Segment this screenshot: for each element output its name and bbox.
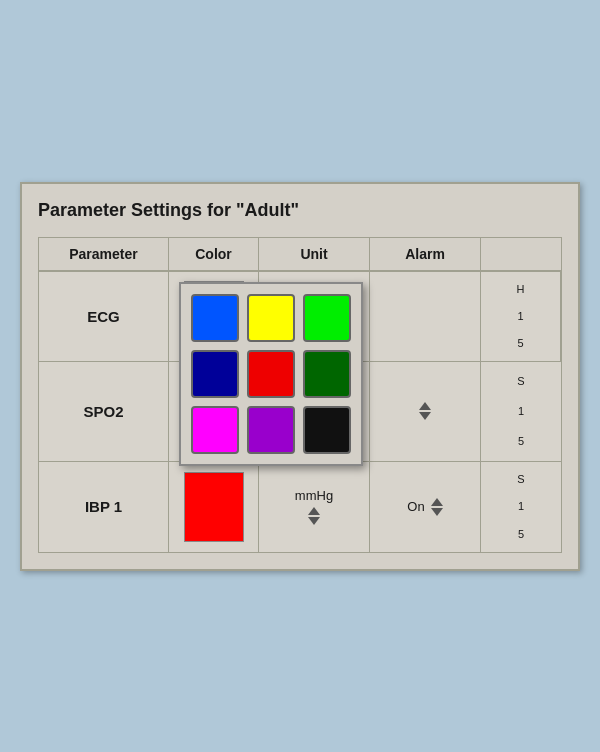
- ibp1-alarm-down-arrow[interactable]: [431, 508, 443, 516]
- ibp1-color-swatch[interactable]: [184, 472, 244, 542]
- spo2-label: SPO2: [83, 403, 123, 420]
- header-alarm: Alarm: [370, 238, 481, 270]
- color-option-magenta[interactable]: [191, 406, 239, 454]
- page-title: Parameter Settings for "Adult": [38, 200, 562, 221]
- color-option-blue[interactable]: [191, 294, 239, 342]
- ibp1-label: IBP 1: [85, 498, 122, 515]
- table-row: IBP 1 mmHg On S 1: [39, 462, 561, 552]
- ibp1-unit-text: mmHg: [295, 488, 333, 503]
- header-unit: Unit: [259, 238, 370, 270]
- ibp1-unit-spinner[interactable]: [308, 507, 320, 525]
- spo2-alarm-spinner[interactable]: [419, 402, 431, 420]
- color-option-red[interactable]: [247, 350, 295, 398]
- ibp1-alarm-text: On: [407, 499, 424, 514]
- ibp1-unit-cell: mmHg: [259, 462, 370, 552]
- color-option-yellow[interactable]: [247, 294, 295, 342]
- ibp1-unit-up-arrow[interactable]: [308, 507, 320, 515]
- ibp1-alarm-up-arrow[interactable]: [431, 498, 443, 506]
- spo2-alarm-cell: [370, 362, 481, 461]
- parameters-table: Parameter Color Unit Alarm ECG H 1 5: [38, 237, 562, 553]
- table-row: ECG H 1 5: [39, 272, 561, 362]
- ecg-right-info: H 1 5: [481, 272, 561, 361]
- table-header-row: Parameter Color Unit Alarm: [39, 238, 561, 272]
- header-extra: [481, 238, 561, 270]
- ibp1-right-info: S 1 5: [481, 462, 561, 552]
- color-option-darkgreen[interactable]: [303, 350, 351, 398]
- ecg-label: ECG: [87, 308, 120, 325]
- spo2-alarm-down-arrow[interactable]: [419, 412, 431, 420]
- ecg-alarm-cell: [370, 272, 481, 361]
- ecg-parameter-label: ECG: [39, 272, 169, 361]
- spo2-alarm-up-arrow[interactable]: [419, 402, 431, 410]
- color-grid: [191, 294, 351, 454]
- ibp1-color-cell[interactable]: [169, 462, 259, 552]
- ibp1-parameter-label: IBP 1: [39, 462, 169, 552]
- color-option-green[interactable]: [303, 294, 351, 342]
- ibp1-alarm-spinner[interactable]: [431, 498, 443, 516]
- ibp1-alarm-cell: On: [370, 462, 481, 552]
- ibp1-unit-down-arrow[interactable]: [308, 517, 320, 525]
- spo2-right-info: S 1 5: [481, 362, 561, 461]
- header-parameter: Parameter: [39, 238, 169, 270]
- color-option-darkblue[interactable]: [191, 350, 239, 398]
- color-option-black[interactable]: [303, 406, 351, 454]
- color-option-purple[interactable]: [247, 406, 295, 454]
- spo2-parameter-label: SPO2: [39, 362, 169, 461]
- color-picker-popup: [179, 282, 363, 466]
- header-color: Color: [169, 238, 259, 270]
- main-panel: Parameter Settings for "Adult" Parameter…: [20, 182, 580, 571]
